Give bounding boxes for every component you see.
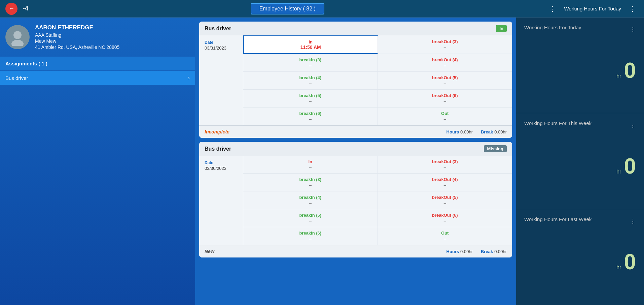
right-panel: Working Hours For Today ⋮ hr 0 Working H… — [516, 18, 644, 305]
time-cell-1-3: breakOut (4) – — [378, 174, 512, 191]
date-value-1: 03/30/2023 — [205, 166, 238, 171]
time-cell-0-0: In 11:50 AM — [243, 35, 378, 54]
history-card-1: Bus driver Missing Date 03/30/2023 In – … — [199, 142, 512, 257]
time-label-0-4: breakIn (4) — [299, 75, 321, 80]
hours-number-0: 0 — [624, 60, 636, 81]
times-grid-0: In 11:50 AM breakOut (3) – breakIn (3) –… — [243, 35, 512, 125]
top-bar-dots-left[interactable]: ⋮ — [546, 3, 559, 14]
top-bar-right: ⋮ Working Hours For Today ⋮ — [546, 3, 639, 14]
time-label-0-5: breakOut (5) — [432, 75, 458, 80]
date-label-0: Date — [205, 40, 238, 45]
right-section-dots-2[interactable]: ⋮ — [627, 216, 639, 226]
right-section-1: Working Hours For This Week ⋮ hr 0 — [516, 113, 644, 209]
top-bar: ← -4 Employee History ( 82 ) ⋮ Working H… — [0, 0, 644, 18]
time-cell-0-9: Out – — [378, 108, 512, 125]
hours-number-2: 0 — [624, 251, 636, 273]
time-label-1-8: breakIn (6) — [299, 231, 321, 236]
left-panel: AARON ETHEREDGE AAA Staffing Mew Mew 41 … — [0, 18, 195, 305]
hours-display-0: hr 0 — [524, 60, 636, 81]
time-label-1-9: Out — [441, 231, 449, 236]
center-panel: Bus driver In Date 03/31/2023 In 11:50 A… — [195, 18, 516, 305]
time-value-0-8: – — [309, 117, 312, 122]
time-cell-1-7: breakOut (6) – — [378, 209, 512, 227]
right-section-0: Working Hours For Today ⋮ hr 0 — [516, 18, 644, 113]
assignments-header: Assignments ( 1 ) — [0, 57, 195, 70]
employee-history-button[interactable]: Employee History ( 82 ) — [251, 3, 324, 14]
time-cell-1-6: breakIn (5) – — [243, 209, 378, 227]
time-cell-0-5: breakOut (5) – — [378, 72, 512, 90]
employee-details: AARON ETHEREDGE AAA Staffing Mew Mew 41 … — [35, 24, 119, 50]
times-grid-1: In – breakOut (3) – breakIn (3) – breakO… — [243, 156, 512, 245]
time-cell-1-8: breakIn (6) – — [243, 227, 378, 245]
card-title-0: Bus driver — [205, 26, 231, 32]
assignment-item-bus-driver[interactable]: Bus driver › — [0, 71, 195, 85]
employee-info: AARON ETHEREDGE AAA Staffing Mew Mew 41 … — [0, 18, 195, 57]
footer-hours-1: Hours0.00hr Break0.00hr — [446, 249, 507, 254]
card-footer-0: Incomplete Hours0.00hr Break0.00hr — [199, 125, 512, 138]
footer-status-0: Incomplete — [205, 129, 229, 134]
employee-company: AAA Staffing — [35, 32, 119, 38]
time-label-0-3: breakOut (4) — [432, 57, 458, 62]
footer-break-label-0: Break0.00hr — [481, 129, 507, 134]
date-col-1: Date 03/30/2023 — [199, 156, 243, 245]
time-cell-0-3: breakOut (4) – — [378, 54, 512, 72]
hours-hr-label-2: hr — [616, 265, 621, 271]
time-label-0-1: breakOut (3) — [432, 39, 458, 44]
time-value-1-3: – — [444, 183, 446, 188]
top-bar-dots-right[interactable]: ⋮ — [627, 3, 639, 14]
time-cell-1-9: Out – — [378, 227, 512, 245]
time-value-1-9: – — [444, 236, 446, 241]
time-value-1-8: – — [309, 236, 312, 241]
employee-location: Mew Mew — [35, 38, 119, 44]
hours-display-2: hr 0 — [524, 251, 636, 273]
main-layout: AARON ETHEREDGE AAA Staffing Mew Mew 41 … — [0, 18, 644, 305]
right-section-2: Working Hours For Last Week ⋮ hr 0 — [516, 209, 644, 305]
right-section-dots-0[interactable]: ⋮ — [627, 24, 639, 34]
time-label-0-0: In — [309, 39, 313, 44]
chevron-right-icon: › — [188, 75, 190, 81]
time-value-1-2: – — [309, 183, 312, 188]
time-value-1-0: – — [309, 165, 312, 170]
time-value-1-1: – — [444, 165, 446, 170]
time-value-1-5: – — [444, 201, 446, 206]
footer-break-label-1: Break0.00hr — [481, 249, 507, 254]
time-label-1-7: breakOut (6) — [432, 213, 458, 218]
time-cell-1-2: breakIn (3) – — [243, 174, 378, 191]
working-hours-today-title: Working Hours For Today — [564, 6, 621, 11]
footer-hours-label-1: Hours0.00hr — [446, 249, 473, 254]
time-label-0-9: Out — [441, 111, 449, 116]
time-cell-0-4: breakIn (4) – — [243, 72, 378, 90]
time-label-0-2: breakIn (3) — [299, 57, 321, 62]
card-badge-1: Missing — [484, 145, 507, 152]
time-label-1-0: In — [308, 159, 312, 164]
time-value-0-4: – — [309, 81, 312, 86]
top-bar-center: Employee History ( 82 ) — [28, 3, 546, 14]
footer-status-1: New — [205, 249, 214, 254]
time-label-1-2: breakIn (3) — [299, 177, 321, 182]
employee-name: AARON ETHEREDGE — [35, 24, 119, 31]
time-value-0-9: – — [444, 117, 446, 122]
right-section-dots-1[interactable]: ⋮ — [627, 120, 639, 130]
time-label-1-5: breakOut (5) — [432, 195, 458, 200]
time-value-1-7: – — [444, 218, 446, 223]
time-label-0-7: breakOut (6) — [432, 93, 458, 98]
hours-number-1: 0 — [624, 155, 636, 177]
back-icon: ← — [8, 5, 14, 12]
hours-hr-label-0: hr — [616, 73, 621, 79]
assignment-label: Bus driver — [5, 75, 28, 81]
hours-display-1: hr 0 — [524, 155, 636, 177]
time-value-0-0: 11:50 AM — [300, 44, 321, 50]
card-title-1: Bus driver — [205, 146, 231, 152]
back-button[interactable]: ← — [5, 3, 17, 15]
date-value-0: 03/31/2023 — [205, 45, 238, 51]
time-cell-0-2: breakIn (3) – — [243, 54, 378, 72]
time-label-0-6: breakIn (5) — [299, 93, 321, 98]
time-value-1-6: – — [309, 218, 312, 223]
time-label-1-6: breakIn (5) — [299, 213, 321, 218]
time-value-0-2: – — [309, 63, 312, 68]
counter-label: -4 — [23, 5, 28, 12]
time-label-1-1: breakOut (3) — [432, 159, 458, 164]
svg-point-1 — [11, 40, 24, 46]
employee-address: 41 Ambler Rd, USA, Asheville NC 28805 — [35, 44, 119, 50]
time-cell-0-1: breakOut (3) – — [378, 35, 512, 54]
